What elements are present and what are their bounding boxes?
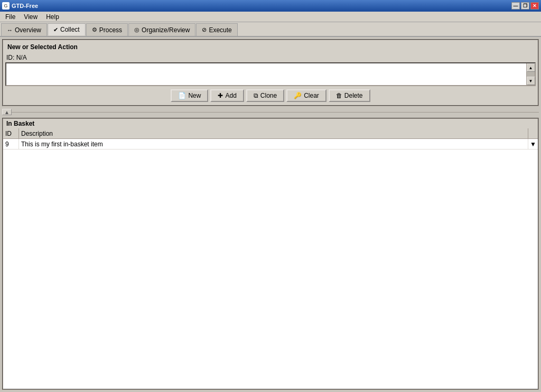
tab-organize[interactable]: ◎ Organize/Review [128,23,195,36]
tab-process-label: Process [99,26,122,34]
restore-button[interactable]: ❐ [521,2,529,10]
scroll-track [527,72,535,77]
minimize-button[interactable]: — [511,2,520,10]
basket-table: ID Description 9 This is my first in-bas… [3,128,538,389]
clone-icon: ⧉ [254,92,258,99]
tab-process[interactable]: ⚙ Process [86,23,128,36]
add-button[interactable]: ✚ Add [210,89,244,102]
add-icon: ✚ [218,92,223,99]
collect-icon: ✔ [53,26,58,33]
process-icon: ⚙ [92,26,97,33]
window-title: GTD-Free [12,3,38,9]
section-divider[interactable]: ▲ [2,108,539,116]
clear-button[interactable]: 🔑 Clear [286,89,327,102]
new-button[interactable]: 📄 New [171,89,208,102]
overview-icon: ↔ [7,27,13,33]
row-dropdown-icon[interactable]: ▼ [528,139,538,149]
close-button[interactable]: ✕ [530,2,539,10]
row-id: 9 [3,139,19,149]
menu-view[interactable]: View [20,12,42,22]
delete-button[interactable]: 🗑 Delete [329,89,370,102]
col-header-icon [528,128,538,138]
title-bar: G GTD-Free — ❐ ✕ [0,0,541,12]
menu-file[interactable]: File [1,12,20,22]
clone-label: Clone [260,92,277,99]
clone-button[interactable]: ⧉ Clone [246,89,284,102]
table-header: ID Description [3,128,538,139]
tab-execute-label: Execute [209,26,231,34]
divider-line [12,112,539,113]
menu-bar: File View Help [0,12,541,22]
action-buttons-row: 📄 New ✚ Add ⧉ Clone 🔑 Clear 🗑 Delete [5,88,536,103]
tab-collect-label: Collect [60,26,80,33]
add-label: Add [225,92,236,99]
col-header-id: ID [3,128,19,138]
action-section: New or Selected Action ID: N/A ▲ ▼ 📄 New… [2,39,539,106]
basket-section: In Basket ID Description 9 This is my fi… [2,118,539,390]
tab-execute[interactable]: ⊘ Execute [196,23,237,36]
organize-icon: ◎ [134,26,139,33]
col-header-description: Description [19,128,528,138]
new-icon: 📄 [178,92,186,99]
tab-bar: ↔ Overview ✔ Collect ⚙ Process ◎ Organiz… [0,22,541,37]
tab-overview-label: Overview [15,26,41,34]
action-textarea[interactable] [6,63,526,85]
table-row[interactable]: 9 This is my first in-basket item ▼ [3,139,538,150]
action-id-label: ID: N/A [5,54,536,61]
app-icon: G [2,2,10,10]
basket-title: In Basket [3,119,538,128]
collapse-arrow[interactable]: ▲ [2,109,12,115]
tab-overview[interactable]: ↔ Overview [1,23,47,36]
new-label: New [188,92,201,99]
clear-icon: 🔑 [294,92,302,99]
tab-organize-label: Organize/Review [142,26,190,34]
table-body: 9 This is my first in-basket item ▼ [3,139,538,389]
delete-icon: 🗑 [336,92,342,99]
title-controls: — ❐ ✕ [511,2,539,10]
clear-label: Clear [304,92,319,99]
action-section-title: New or Selected Action [5,42,536,52]
tab-collect[interactable]: ✔ Collect [48,23,86,36]
menu-help[interactable]: Help [42,12,63,22]
textarea-scrollbar[interactable]: ▲ ▼ [526,63,535,85]
action-textarea-container: ▲ ▼ [5,62,536,86]
title-bar-left: G GTD-Free [2,2,38,10]
main-content: New or Selected Action ID: N/A ▲ ▼ 📄 New… [0,37,541,392]
delete-label: Delete [344,92,363,99]
execute-icon: ⊘ [202,26,207,33]
scroll-down-btn[interactable]: ▼ [527,77,535,85]
row-description: This is my first in-basket item [19,139,528,149]
scroll-up-btn[interactable]: ▲ [527,63,535,72]
